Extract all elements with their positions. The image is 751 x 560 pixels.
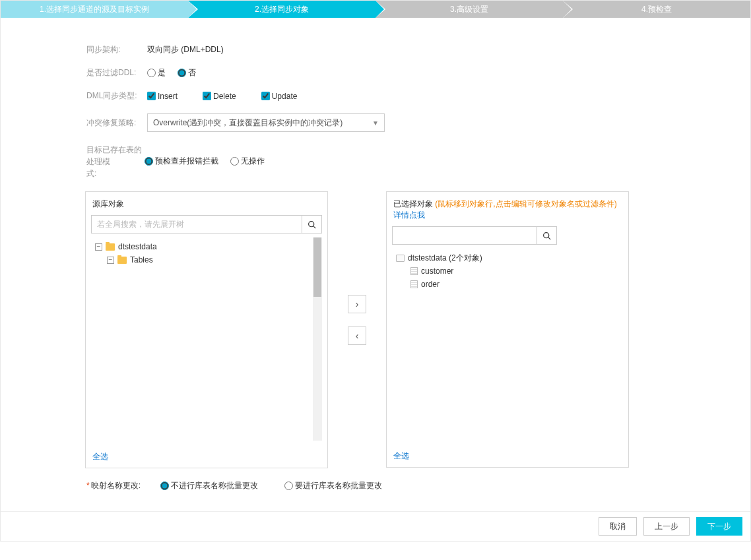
content-area: 同步架构: 双向同步 (DML+DDL) 是否过滤DDL: 是 否 DML同步类… [1,18,750,511]
target-panel-hint: (鼠标移到对象行,点击编辑可修改对象名或过滤条件) [435,199,616,208]
filter-ddl-no-radio[interactable]: 否 [178,67,196,78]
step-1-label: 1.选择同步通道的源及目标实例 [40,4,149,15]
table-icon [410,280,418,288]
move-left-button[interactable]: ‹ [348,327,366,345]
steps-bar: 1.选择同步通道的源及目标实例 2.选择同步对象 3.高级设置 4.预检查 [1,1,750,18]
table-icon [410,267,418,275]
target-panel-footer: 全选 [387,445,628,467]
target-panel-header: 已选择对象 (鼠标移到对象行,点击编辑可修改对象名或过滤条件) 详情点我 [387,192,628,226]
next-button[interactable]: 下一步 [696,517,742,536]
folder-icon [117,257,127,264]
tree-node-db-label: dtstestdata [118,242,157,251]
required-mark: * [86,481,90,490]
target-search-button[interactable] [537,227,556,244]
dml-type-row: DML同步类型: Insert Delete Update [86,90,750,102]
chevron-down-icon: ▼ [372,119,379,127]
conflict-row: 冲突修复策略: Overwrite(遇到冲突，直接覆盖目标实例中的冲突记录) ▼ [86,113,750,132]
existing-mode-label: 目标已存在表的处理模式: [86,144,145,179]
svg-point-2 [544,232,549,237]
target-node-db[interactable]: dtstestdata (2个对象) [396,251,623,264]
svg-point-0 [309,221,314,226]
target-node-customer-label: customer [421,266,453,276]
prev-button[interactable]: 上一步 [643,517,690,536]
target-detail-link[interactable]: 详情点我 [393,210,425,220]
filter-ddl-yes-radio[interactable]: 是 [147,67,166,78]
existing-opt1-label: 预检查并报错拦截 [155,156,218,167]
step-3[interactable]: 3.高级设置 [376,1,563,18]
svg-line-3 [548,237,550,239]
source-search-input[interactable] [92,216,302,233]
filter-ddl-no-label: 否 [188,67,196,78]
step-2-label: 2.选择同步对象 [255,4,309,15]
target-panel-title: 已选择对象 [393,199,433,208]
source-search-button[interactable] [302,216,321,233]
sync-arch-row: 同步架构: 双向同步 (DML+DDL) [86,44,750,55]
target-node-order-label: order [421,280,440,289]
conflict-label: 冲突修复策略: [86,117,145,129]
target-node-db-label: dtstestdata (2个对象) [408,253,482,264]
mapping-opt1-label: 不进行库表名称批量更改 [171,480,258,491]
filter-ddl-label: 是否过滤DDL: [86,67,145,78]
existing-opt2-radio[interactable]: 无操作 [230,156,265,167]
filter-ddl-row: 是否过滤DDL: 是 否 [86,67,750,78]
transfer-buttons: › ‹ [348,295,366,345]
target-search-input[interactable] [393,227,537,244]
existing-opt1-radio[interactable]: 预检查并报错拦截 [145,156,218,167]
step-4[interactable]: 4.预检查 [563,1,750,18]
mapping-opt2-radio[interactable]: 要进行库表名称批量更改 [284,480,382,491]
target-select-all-link[interactable]: 全选 [393,451,409,460]
minus-icon[interactable]: − [107,257,114,264]
dml-insert-checkbox[interactable]: Insert [147,92,178,101]
cancel-button[interactable]: 取消 [599,517,637,536]
step-2[interactable]: 2.选择同步对象 [188,1,376,18]
mapping-row: *映射名称更改: 不进行库表名称批量更改 要进行库表名称批量更改 [86,480,750,491]
source-search-row [91,215,322,233]
source-panel-title: 源库对象 [86,192,327,215]
target-tree-wrap: dtstestdata (2个对象) customer order [392,249,623,440]
step-4-label: 4.预检查 [641,4,672,15]
tree-node-tables[interactable]: − Tables [95,253,313,266]
mapping-opt2-label: 要进行库表名称批量更改 [295,480,382,491]
tree-node-db[interactable]: − dtstestdata [95,240,313,253]
source-tree-wrap: − dtstestdata − Tables [91,237,322,441]
target-node-customer[interactable]: customer [396,264,623,278]
target-node-order[interactable]: order [396,278,623,291]
mapping-opt1-radio[interactable]: 不进行库表名称批量更改 [160,480,258,491]
chevron-left-icon: ‹ [356,330,359,341]
search-icon [308,220,316,229]
source-tree: − dtstestdata − Tables [91,237,313,266]
source-scrollbar[interactable] [313,237,322,441]
search-icon [542,232,551,240]
sync-arch-label: 同步架构: [86,44,145,55]
source-select-all-link[interactable]: 全选 [92,452,108,461]
tree-node-tables-label: Tables [130,255,153,264]
conflict-select-value: Overwrite(遇到冲突，直接覆盖目标实例中的冲突记录) [153,117,343,129]
source-panel: 源库对象 − [85,191,328,468]
database-icon [396,255,405,262]
mapping-label: *映射名称更改: [86,480,141,491]
scrollbar-thumb[interactable] [313,237,321,297]
transfer-container: 源库对象 − [85,191,750,468]
footer-bar: 取消 上一步 下一步 [1,511,750,541]
chevron-right-icon: › [356,299,359,309]
target-tree: dtstestdata (2个对象) customer order [392,249,623,291]
dml-update-label: Update [272,92,298,101]
target-search-row [392,226,557,245]
step-1[interactable]: 1.选择同步通道的源及目标实例 [1,1,188,18]
dml-insert-label: Insert [158,92,178,101]
dml-type-label: DML同步类型: [86,90,145,102]
folder-icon [106,243,115,251]
step-3-label: 3.高级设置 [450,4,488,15]
dml-delete-checkbox[interactable]: Delete [203,92,236,101]
sync-arch-value: 双向同步 (DML+DDL) [147,44,224,55]
target-panel: 已选择对象 (鼠标移到对象行,点击编辑可修改对象名或过滤条件) 详情点我 [386,191,629,468]
move-right-button[interactable]: › [348,295,366,313]
dml-update-checkbox[interactable]: Update [261,92,298,101]
minus-icon[interactable]: − [95,243,102,251]
existing-mode-row: 目标已存在表的处理模式: 预检查并报错拦截 无操作 [86,144,750,179]
conflict-select[interactable]: Overwrite(遇到冲突，直接覆盖目标实例中的冲突记录) ▼ [147,113,385,132]
svg-line-1 [313,226,315,228]
existing-opt2-label: 无操作 [241,156,265,167]
dml-delete-label: Delete [213,92,236,101]
page-container: 1.选择同步通道的源及目标实例 2.选择同步对象 3.高级设置 4.预检查 同步… [0,0,751,542]
